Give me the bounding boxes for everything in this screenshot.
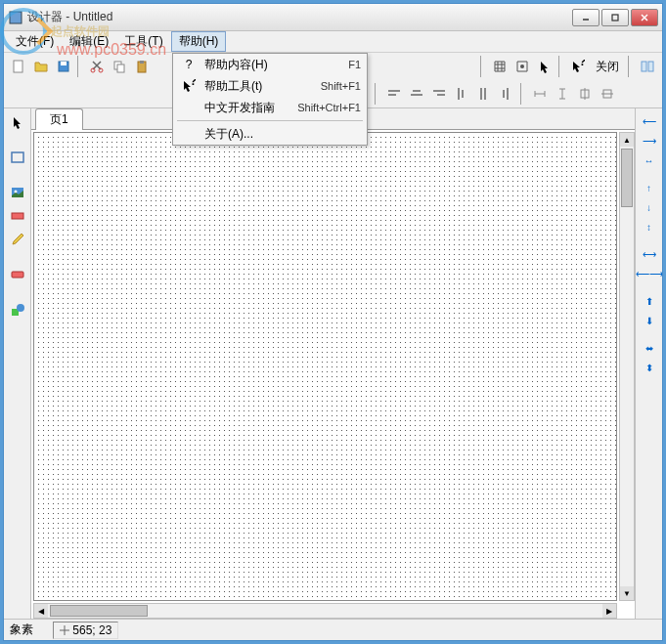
menu-tools[interactable]: 工具(T) xyxy=(116,31,170,52)
help-about-item[interactable]: 关于(A)... xyxy=(173,123,367,145)
bring-front-tool[interactable]: ⬆ xyxy=(640,292,659,310)
svg-rect-11 xyxy=(117,64,124,72)
align-right-tool[interactable]: ⟶ xyxy=(640,132,659,150)
align-button-3[interactable] xyxy=(428,83,450,105)
svg-rect-0 xyxy=(10,12,22,23)
status-coords: 565; 23 xyxy=(53,622,118,639)
context-help-button[interactable]: ? xyxy=(567,56,589,77)
window-title: 设计器 - Untitled xyxy=(27,9,572,25)
help-tool-item[interactable]: ? 帮助工具(t) Shift+F1 xyxy=(173,75,367,97)
svg-point-15 xyxy=(520,64,524,68)
crosshair-icon xyxy=(60,625,69,635)
new-button[interactable] xyxy=(8,56,29,77)
cut-button[interactable] xyxy=(86,56,108,77)
svg-rect-7 xyxy=(61,62,67,65)
copy-button[interactable] xyxy=(109,56,130,77)
svg-text:?: ? xyxy=(579,60,585,68)
cursor-button[interactable] xyxy=(534,56,555,77)
center-h-button[interactable] xyxy=(574,83,596,105)
align-bottom-tool[interactable]: ↓ xyxy=(640,198,659,216)
svg-rect-18 xyxy=(648,62,653,71)
menu-help[interactable]: 帮助(H) xyxy=(171,31,227,52)
svg-rect-2 xyxy=(612,15,618,21)
spacing-h-button[interactable] xyxy=(529,83,551,105)
titlebar: 设计器 - Untitled xyxy=(4,4,662,31)
scroll-thumb-h[interactable] xyxy=(50,605,148,617)
app-window: 设计器 - Untitled 文件(F) 编辑(E) 工具(T) 帮助(H) ?… xyxy=(3,3,663,641)
svg-rect-39 xyxy=(12,272,23,278)
align-left-tool[interactable]: ⟵ xyxy=(640,112,659,130)
svg-rect-19 xyxy=(388,90,400,92)
svg-rect-20 xyxy=(388,94,396,96)
paste-button[interactable] xyxy=(131,56,153,77)
align-button-4[interactable] xyxy=(451,83,472,105)
scroll-left-icon[interactable]: ◀ xyxy=(34,604,48,618)
align-button-5[interactable] xyxy=(473,83,495,105)
align-button-2[interactable] xyxy=(406,83,427,105)
svg-rect-21 xyxy=(413,90,421,92)
svg-rect-5 xyxy=(14,61,22,72)
app-icon xyxy=(8,10,23,25)
svg-rect-22 xyxy=(411,94,422,96)
help-guide-item[interactable]: 中文开发指南 Shift+Ctrl+F1 xyxy=(173,97,367,118)
center-v-button[interactable] xyxy=(597,83,618,105)
minimize-button[interactable] xyxy=(572,9,599,26)
maximize-button[interactable] xyxy=(601,9,629,26)
svg-rect-28 xyxy=(484,88,486,100)
help-dropdown: ? 帮助内容(H) F1 ? 帮助工具(t) Shift+F1 中文开发指南 S… xyxy=(172,53,368,146)
status-unit-label: 象素 xyxy=(10,622,33,638)
scroll-right-icon[interactable]: ▶ xyxy=(602,604,616,618)
image-tool[interactable] xyxy=(8,183,27,202)
tab-page1[interactable]: 页1 xyxy=(35,108,83,130)
align-top-tool[interactable]: ↑ xyxy=(640,179,659,196)
vertical-scrollbar[interactable]: ▲ ▼ xyxy=(619,132,635,601)
menu-file[interactable]: 文件(F) xyxy=(8,31,62,52)
svg-text:?: ? xyxy=(190,79,196,88)
align-button-6[interactable] xyxy=(496,83,517,105)
svg-point-41 xyxy=(17,304,24,312)
close-button[interactable] xyxy=(631,9,658,26)
align-center-h-tool[interactable]: ↔ xyxy=(640,151,659,169)
svg-rect-29 xyxy=(503,90,505,98)
svg-rect-24 xyxy=(437,94,445,96)
svg-rect-27 xyxy=(480,88,482,100)
snap-button[interactable] xyxy=(511,56,533,77)
pointer-tool[interactable] xyxy=(8,112,27,132)
svg-rect-25 xyxy=(458,88,460,100)
distribute-v-tool[interactable]: ⬍ xyxy=(640,359,659,376)
close-button-toolbar[interactable]: 关闭 xyxy=(590,57,625,77)
help-cursor-icon: ? xyxy=(179,79,199,93)
align-button-1[interactable] xyxy=(383,83,405,105)
svg-rect-35 xyxy=(12,152,23,162)
toolbar: ? 帮助内容(H) F1 ? 帮助工具(t) Shift+F1 中文开发指南 S… xyxy=(4,53,662,108)
open-button[interactable] xyxy=(30,56,52,77)
align-center-v-tool[interactable]: ↕ xyxy=(640,218,659,236)
same-height-tool[interactable]: ⟵⟶ xyxy=(640,265,659,282)
menubar: 文件(F) 编辑(E) 工具(T) 帮助(H) xyxy=(4,31,662,53)
send-back-tool[interactable]: ⬇ xyxy=(640,312,659,329)
statusbar: 象素 565; 23 xyxy=(4,619,662,640)
edit-tool[interactable] xyxy=(8,230,27,249)
svg-rect-30 xyxy=(507,88,509,100)
svg-rect-17 xyxy=(642,62,646,71)
scroll-down-icon[interactable]: ▼ xyxy=(620,586,634,600)
horizontal-scrollbar[interactable]: ◀ ▶ xyxy=(33,603,617,619)
svg-rect-23 xyxy=(433,90,445,92)
svg-rect-38 xyxy=(12,213,23,219)
scroll-thumb-v[interactable] xyxy=(621,149,633,207)
help-contents-item[interactable]: ? 帮助内容(H) F1 xyxy=(173,54,367,75)
right-toolbox: ⟵ ⟶ ↔ ↑ ↓ ↕ ⟷ ⟵⟶ ⬆ ⬇ ⬌ ⬍ xyxy=(635,108,662,619)
save-button[interactable] xyxy=(53,56,74,77)
grid-toggle-button[interactable] xyxy=(489,56,511,77)
scroll-up-icon[interactable]: ▲ xyxy=(620,133,634,147)
spacing-v-button[interactable] xyxy=(552,83,573,105)
design-canvas[interactable] xyxy=(33,132,617,601)
button-tool[interactable] xyxy=(8,265,27,284)
label-tool[interactable] xyxy=(8,206,27,226)
properties-button[interactable] xyxy=(637,56,658,77)
same-width-tool[interactable]: ⟷ xyxy=(640,245,659,263)
frame-tool[interactable] xyxy=(8,148,27,167)
shape-tool[interactable] xyxy=(8,300,27,320)
distribute-h-tool[interactable]: ⬌ xyxy=(640,339,659,357)
menu-edit[interactable]: 编辑(E) xyxy=(62,31,116,52)
